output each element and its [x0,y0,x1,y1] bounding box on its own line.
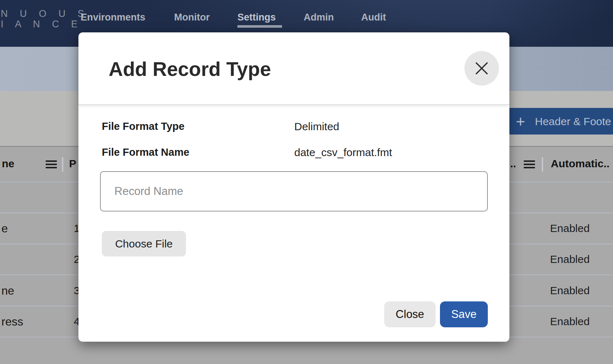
file-format-type-value: Delimited [294,120,339,133]
status-value: Enabled [550,222,590,235]
column-menu-icon[interactable] [524,160,535,168]
close-dialog-button[interactable]: Close [384,301,436,327]
x-close-icon [474,61,489,76]
save-button[interactable]: Save [440,301,488,327]
column-header-p-fragment: P [69,158,76,170]
file-format-type-label: File Format Type [102,120,185,132]
app-logo: N U O U SI A N C E [1,9,89,29]
nav-item-settings[interactable]: Settings [237,12,276,23]
file-format-name-label: File Format Name [102,146,189,158]
status-value: Enabled [550,285,590,297]
record-name-input[interactable] [100,171,488,211]
logo-line-1: N U O U S [1,8,89,19]
active-tab-underline [237,25,282,28]
status-value: Enabled [550,315,590,328]
nav-item-environments[interactable]: Environments [81,12,145,23]
choose-file-button[interactable]: Choose File [102,231,186,256]
column-separator [542,157,543,172]
plus-icon: + [516,113,525,131]
dialog-header: Add Record Type [78,32,509,105]
column-header-ellipsis: .. [510,158,516,170]
record-name-fragment: ne [1,284,14,297]
column-header-name-fragment: ne [2,158,14,170]
header-footer-button-label: Header & Foote [535,115,611,128]
column-menu-icon[interactable] [46,160,57,168]
header-footer-button[interactable]: + Header & Foote [496,108,613,135]
add-record-type-dialog: Add Record Type File Format Type Delimit… [78,32,509,342]
nav-item-admin[interactable]: Admin [304,12,334,23]
close-button[interactable] [464,51,499,86]
status-value: Enabled [550,253,590,265]
column-separator [62,157,63,172]
column-header-automatic: Automatic.. [551,158,609,170]
record-name-fragment: e [1,222,8,235]
nav-item-monitor[interactable]: Monitor [174,12,210,23]
nav-item-audit[interactable]: Audit [361,12,386,23]
logo-line-2: I A N C E [1,19,82,29]
record-name-fragment: ress [1,315,23,328]
file-format-name-value: date_csv_format.fmt [294,146,392,159]
dialog-title: Add Record Type [109,58,271,81]
